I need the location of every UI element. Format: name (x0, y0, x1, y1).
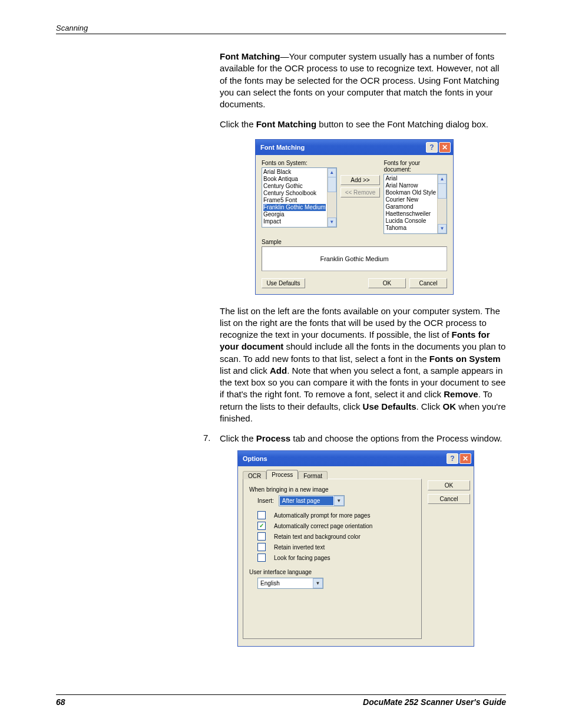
bold-text: Use Defaults (363, 401, 416, 411)
list-item[interactable]: Frame5 Font (263, 197, 326, 204)
tab-format[interactable]: Format (298, 471, 328, 479)
checkbox-label: Retain inverted text (274, 544, 325, 551)
options-dialog: Options ? ✕ OCR Process Format When brin… (237, 450, 474, 647)
help-icon[interactable]: ? (447, 453, 458, 464)
list-item[interactable]: Georgia (263, 211, 326, 218)
text: Click the (220, 433, 256, 443)
bold-text: Remove (444, 389, 478, 399)
cancel-button[interactable]: Cancel (428, 494, 470, 504)
scroll-thumb[interactable] (438, 184, 447, 199)
page-header: Scanning (56, 24, 506, 34)
list-item[interactable]: Impact (263, 218, 326, 225)
cancel-button[interactable]: Cancel (409, 278, 447, 288)
bold-text: Fonts on System (429, 354, 501, 364)
font-matching-dialog: Font Matching ? ✕ Fonts on System: Arial… (255, 139, 454, 295)
list-item-selected[interactable]: Franklin Gothic Medium (263, 204, 326, 211)
checkbox-label: Retain text and background color (274, 533, 361, 540)
checkbox[interactable] (257, 511, 266, 519)
text: list and click (220, 365, 270, 375)
checkbox[interactable] (257, 532, 266, 541)
insert-dropdown[interactable]: After last page ▼ (279, 495, 345, 506)
titlebar: Options ? ✕ (238, 451, 474, 466)
add-button[interactable]: Add >> (340, 175, 381, 185)
bold-font-matching: Font Matching (220, 51, 280, 61)
text: tab and choose the options from the Proc… (290, 433, 502, 443)
checkbox[interactable] (257, 522, 266, 530)
scrollbar[interactable]: ▲ ▼ (437, 174, 447, 233)
text: Click the (220, 119, 256, 129)
dropdown-value: After last page (280, 496, 333, 505)
dropdown-value: English (258, 579, 313, 588)
fonts-on-system-label: Fonts on System: (262, 160, 337, 166)
sample-label: Sample (262, 239, 447, 245)
help-icon[interactable]: ? (426, 142, 438, 153)
tab-pane-process: When bringing in a new image Insert: Aft… (243, 479, 422, 639)
titlebar: Font Matching ? ✕ (256, 140, 453, 155)
use-defaults-button[interactable]: Use Defaults (262, 278, 305, 288)
list-item[interactable]: Bookman Old Style (385, 189, 436, 196)
remove-button[interactable]: << Remove (340, 187, 381, 197)
fonts-for-document-label: Fonts for your document: (384, 160, 447, 173)
ok-button[interactable]: OK (368, 278, 406, 288)
scroll-thumb[interactable] (328, 177, 336, 192)
list-item[interactable]: Courier New (385, 196, 436, 203)
dialog-title: Options (243, 455, 267, 462)
scrollbar[interactable]: ▲ ▼ (327, 168, 336, 227)
list-item[interactable]: Arial Black (263, 169, 326, 176)
page-footer: 68 DocuMate 252 Scanner User's Guide (56, 694, 506, 707)
checkbox-label: Look for facing pages (274, 555, 330, 561)
scroll-up-icon[interactable]: ▲ (438, 174, 447, 184)
chevron-down-icon[interactable]: ▼ (313, 578, 323, 588)
text: . Click (416, 401, 442, 411)
book-title: DocuMate 252 Scanner User's Guide (363, 697, 506, 707)
paragraph-click-font-matching: Click the Font Matching button to see th… (220, 118, 506, 130)
list-item[interactable]: Arial Narrow (385, 182, 436, 189)
step-number: 7. (203, 433, 220, 444)
language-label: User interface language (249, 569, 415, 575)
list-item[interactable]: Garamond (385, 203, 436, 210)
list-item[interactable]: Lucida Console (385, 218, 436, 225)
close-icon[interactable]: ✕ (459, 453, 471, 464)
fonts-on-system-listbox[interactable]: Arial Black Book Antiqua Century Gothic … (262, 167, 337, 228)
close-icon[interactable]: ✕ (439, 142, 451, 153)
bold-text: Process (256, 433, 290, 443)
scroll-up-icon[interactable]: ▲ (328, 168, 336, 177)
bold-text: Font Matching (256, 119, 316, 129)
checkbox-label: Automatically prompt for more pages (274, 512, 370, 519)
insert-label: Insert: (257, 498, 274, 504)
checkbox[interactable] (257, 543, 266, 551)
scroll-down-icon[interactable]: ▼ (438, 224, 447, 233)
checkbox-label: Automatically correct page orientation (274, 523, 372, 529)
bold-text: OK (442, 401, 456, 411)
scroll-down-icon[interactable]: ▼ (328, 218, 336, 227)
section-label: When bringing in a new image (249, 486, 415, 493)
sample-box: Franklin Gothic Medium (262, 246, 447, 271)
list-item[interactable]: Book Antiqua (263, 176, 326, 183)
fonts-for-document-listbox[interactable]: Arial Arial Narrow Bookman Old Style Cou… (384, 174, 447, 234)
language-dropdown[interactable]: English ▼ (257, 578, 323, 589)
ok-button[interactable]: OK (428, 480, 470, 490)
chevron-down-icon[interactable]: ▼ (334, 496, 344, 506)
step-7: 7. Click the Process tab and choose the … (203, 433, 506, 444)
tab-ocr[interactable]: OCR (243, 471, 266, 479)
page-number: 68 (56, 697, 65, 707)
paragraph-font-matching: Font Matching—Your computer system usual… (220, 51, 506, 110)
paragraph-lists-explanation: The list on the left are the fonts avail… (220, 305, 506, 425)
text: button to see the Font Matching dialog b… (316, 119, 488, 129)
dialog-title: Font Matching (260, 144, 305, 151)
list-item[interactable]: Century Gothic (263, 183, 326, 190)
list-item[interactable]: Arial (385, 175, 436, 182)
list-item[interactable]: Haettenschweiler (385, 210, 436, 218)
checkbox[interactable] (257, 554, 266, 562)
bold-text: Add (270, 365, 287, 375)
tab-process[interactable]: Process (266, 470, 298, 479)
list-item[interactable]: Tahoma (385, 225, 436, 232)
list-item[interactable]: Century Schoolbook (263, 190, 326, 197)
